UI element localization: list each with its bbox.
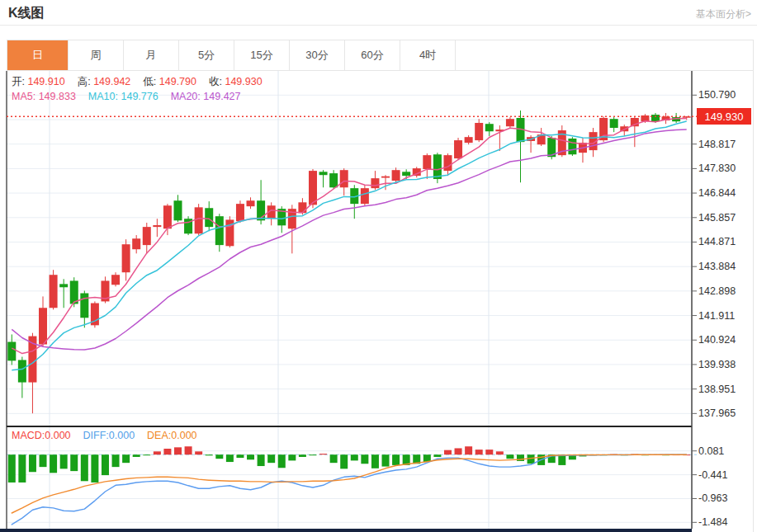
- current-price-badge-text: 149.930: [705, 111, 744, 123]
- macd-bar: [258, 454, 265, 466]
- candle-body: [319, 172, 328, 175]
- open-label: 开:: [12, 76, 25, 87]
- candle-body: [80, 293, 88, 318]
- macd-bar: [29, 454, 36, 472]
- macd-bar: [455, 448, 462, 454]
- candle-body: [122, 244, 130, 272]
- ma10-label: MA10:: [88, 91, 118, 102]
- axis-tick-label: -1.484: [698, 516, 727, 528]
- macd-bar: [496, 451, 504, 454]
- macd-bar: [40, 454, 47, 467]
- macd-bar: [299, 454, 306, 457]
- axis-tick-label: 148.817: [698, 139, 736, 150]
- ma5-value: 149.833: [39, 91, 76, 102]
- candle-body: [7, 341, 16, 360]
- candle-body: [340, 170, 348, 187]
- macd-bar: [174, 447, 182, 454]
- axis-tick-label: 141.911: [698, 310, 735, 322]
- ohlc-legend: 开: 149.910 高: 149.942 低: 149.790 收: 149.…: [12, 75, 263, 89]
- axis-tick-label: 0.081: [698, 445, 724, 457]
- ma5-label: MA5:: [12, 91, 35, 102]
- candle-body: [309, 171, 317, 205]
- candle-body: [465, 137, 473, 143]
- candle-body: [329, 173, 338, 187]
- axis-tick-label: 146.844: [698, 187, 736, 199]
- macd-bar: [247, 454, 254, 459]
- axis-tick-label: 140.924: [698, 334, 736, 346]
- macd-bar: [163, 449, 171, 454]
- candle-body: [236, 204, 244, 221]
- macd-bar: [143, 454, 150, 455]
- macd-bar: [154, 451, 161, 454]
- candle-body: [371, 178, 379, 188]
- axis-tick-label: 150.790: [698, 89, 736, 101]
- candle-body: [215, 216, 224, 245]
- dea-value: 0.000: [171, 430, 196, 441]
- axis-tick-label: 144.871: [698, 236, 736, 247]
- candle-body: [298, 202, 306, 213]
- macd-bar: [392, 454, 400, 465]
- date-axis-bar: [0, 529, 692, 532]
- macd-bar: [278, 454, 286, 468]
- candle-body: [132, 238, 140, 249]
- diff-value: 0.000: [109, 430, 135, 441]
- candle-body: [174, 200, 182, 220]
- ma5-line: [12, 118, 686, 353]
- candle-body: [475, 123, 483, 140]
- candlesticks[interactable]: [7, 111, 690, 413]
- macd-bar: [8, 454, 16, 483]
- macd-bar: [215, 454, 223, 459]
- axis-tick-label: 137.965: [698, 407, 736, 419]
- candle-body: [361, 188, 369, 204]
- macd-bar: [70, 454, 78, 471]
- macd-bar: [506, 454, 513, 459]
- macd-bar: [122, 454, 130, 463]
- candle-body: [163, 205, 172, 228]
- ma20-label: MA20:: [171, 91, 201, 102]
- macd-bar: [288, 454, 296, 460]
- candle-body: [381, 177, 390, 178]
- macd-bar: [485, 450, 493, 454]
- macd-bar: [102, 454, 109, 475]
- gridlines: [7, 71, 692, 529]
- candle-body: [18, 360, 26, 382]
- candle-body: [485, 124, 494, 131]
- candle-body: [402, 172, 410, 176]
- macd-bar: [206, 454, 213, 455]
- low-label: 低:: [143, 76, 156, 87]
- macd-bar: [195, 451, 202, 454]
- macd-bar: [319, 454, 327, 454]
- open-value: 149.910: [27, 76, 64, 87]
- macd-bar: [267, 454, 275, 463]
- axis-tick-label: -0.441: [698, 469, 727, 481]
- close-label: 收:: [209, 76, 222, 87]
- ma20-value: 149.427: [203, 91, 240, 102]
- ma20-line: [12, 129, 686, 350]
- candle-body: [143, 227, 151, 245]
- macd-bar: [475, 450, 483, 454]
- macd-bar: [60, 454, 68, 468]
- macd-bar: [330, 454, 338, 463]
- macd-bar: [465, 446, 472, 454]
- candle-body: [423, 155, 431, 169]
- candle-body: [506, 119, 514, 126]
- high-label: 高:: [78, 76, 91, 87]
- ma10-value: 149.776: [121, 91, 158, 102]
- macd-bar: [351, 454, 358, 460]
- close-value: 149.930: [225, 76, 262, 87]
- axis-tick-label: 142.898: [698, 285, 736, 297]
- macd-bar: [81, 454, 88, 481]
- axis-tick-label: 145.857: [698, 212, 736, 224]
- candle-body: [205, 208, 213, 227]
- candle-body: [195, 207, 203, 233]
- macd-bar: [185, 446, 192, 454]
- candle-body: [50, 275, 58, 308]
- high-value: 149.942: [93, 76, 130, 87]
- low-value: 149.790: [159, 76, 196, 87]
- macd-bar: [371, 454, 379, 468]
- macd-bar: [18, 454, 26, 483]
- axis-tick-label: 143.884: [698, 261, 736, 272]
- candle-body: [39, 308, 47, 344]
- macd-bar: [226, 454, 234, 462]
- dea-label: DEA:: [147, 430, 171, 441]
